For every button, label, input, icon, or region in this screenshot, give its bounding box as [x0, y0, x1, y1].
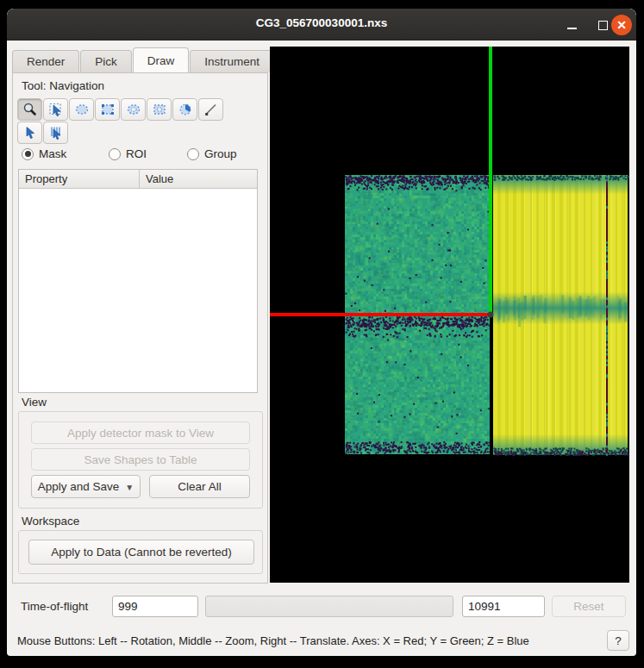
- tool-sector-button[interactable]: [172, 98, 197, 121]
- table-body-empty: [19, 189, 257, 392]
- window-title: CG3_056700030001.nxs: [7, 16, 636, 29]
- edit-shape-icon: [47, 102, 65, 117]
- draw-toolbar-row1: [17, 98, 223, 121]
- tool-free-line-button[interactable]: [198, 98, 223, 121]
- tab-render[interactable]: Render: [12, 50, 79, 72]
- radio-roi-indicator: [109, 148, 121, 160]
- maximize-icon: [598, 21, 608, 30]
- radio-group-label: Group: [204, 147, 237, 160]
- workspace-section-label: Workspace: [22, 515, 79, 528]
- radio-roi[interactable]: ROI: [109, 147, 147, 160]
- tab-draw[interactable]: Draw: [133, 47, 190, 72]
- draw-tab-pane: Tool: Navigation: [12, 72, 268, 584]
- tof-label: Time-of-flight: [21, 600, 88, 613]
- line-icon: [203, 102, 220, 117]
- tool-ellipse-ring-button[interactable]: [121, 98, 146, 121]
- rectangle-ring-icon: [151, 102, 168, 117]
- save-shapes-button[interactable]: Save Shapes to Table: [31, 448, 250, 471]
- apply-to-data-button[interactable]: Apply to Data (Cannot be reverted): [28, 540, 254, 565]
- tof-reset-button[interactable]: Reset: [552, 596, 626, 617]
- tool-zoom-button[interactable]: [17, 98, 42, 121]
- tof-min-input[interactable]: [112, 596, 198, 617]
- tool-edit-shape-button[interactable]: [43, 98, 68, 121]
- maximize-button[interactable]: [592, 15, 613, 35]
- radio-mask-label: Mask: [39, 147, 66, 160]
- sector-shape-icon: [177, 102, 194, 117]
- radio-group-indicator: [187, 148, 199, 160]
- radio-group[interactable]: Group: [187, 147, 237, 160]
- table-header-row: Property Value: [19, 170, 257, 189]
- minimize-icon: [567, 28, 577, 29]
- ellipse-shape-icon: [73, 102, 91, 117]
- window-content: Render Pick Draw Instrument Tool: Naviga…: [7, 41, 636, 656]
- clear-all-button[interactable]: Clear All: [149, 475, 250, 498]
- view-section-label: View: [22, 396, 47, 409]
- tool-rectangle-ring-button[interactable]: [147, 98, 172, 121]
- shape-type-radio-group: Mask ROI Group: [13, 147, 267, 163]
- tab-pick[interactable]: Pick: [80, 50, 132, 72]
- radio-mask-indicator: [22, 148, 34, 160]
- shape-properties-table[interactable]: Property Value: [18, 169, 258, 393]
- minimize-button[interactable]: [561, 15, 582, 35]
- instrument-3d-viewport[interactable]: [270, 47, 629, 583]
- help-button[interactable]: ?: [607, 630, 629, 651]
- close-icon: ✕: [616, 19, 627, 31]
- radio-mask[interactable]: Mask: [22, 147, 66, 160]
- rectangle-shape-icon: [99, 102, 116, 117]
- title-bar[interactable]: CG3_056700030001.nxs ✕: [7, 9, 636, 41]
- apply-detector-mask-button[interactable]: Apply detector mask to View: [31, 421, 250, 444]
- ellipse-ring-icon: [125, 102, 142, 117]
- dropdown-caret-icon: ▼: [125, 483, 134, 492]
- tool-ellipse-button[interactable]: [69, 98, 94, 121]
- tool-tube-select-button[interactable]: [43, 122, 68, 144]
- draw-toolbar-row2: [17, 122, 68, 144]
- tab-bar: Render Pick Draw Instrument: [12, 49, 275, 72]
- close-button[interactable]: ✕: [611, 15, 632, 35]
- tab-instrument[interactable]: Instrument: [190, 50, 274, 72]
- tool-rectangle-button[interactable]: [95, 98, 120, 121]
- tof-range-slider[interactable]: [205, 596, 453, 617]
- tube-select-icon: [47, 125, 65, 140]
- workspace-section-box: Apply to Data (Cannot be reverted): [18, 530, 263, 574]
- status-bar-text: Mouse Buttons: Left -- Rotation, Middle …: [17, 634, 529, 647]
- active-tool-label: Tool: Navigation: [22, 79, 104, 92]
- apply-and-save-label: Apply and Save: [38, 480, 120, 493]
- application-window: CG3_056700030001.nxs ✕ Render Pick Draw …: [7, 9, 636, 656]
- view-section-box: Apply detector mask to View Save Shapes …: [18, 411, 263, 509]
- pointer-arrow-icon: [22, 125, 39, 140]
- magnifier-icon: [22, 102, 39, 117]
- tof-max-input[interactable]: [462, 596, 545, 617]
- radio-roi-label: ROI: [126, 147, 147, 160]
- detector-canvas[interactable]: [270, 47, 629, 583]
- column-header-value[interactable]: Value: [140, 170, 257, 188]
- apply-and-save-dropdown-button[interactable]: Apply and Save ▼: [31, 475, 141, 498]
- tool-pixel-select-button[interactable]: [17, 122, 42, 144]
- column-header-property[interactable]: Property: [19, 170, 140, 188]
